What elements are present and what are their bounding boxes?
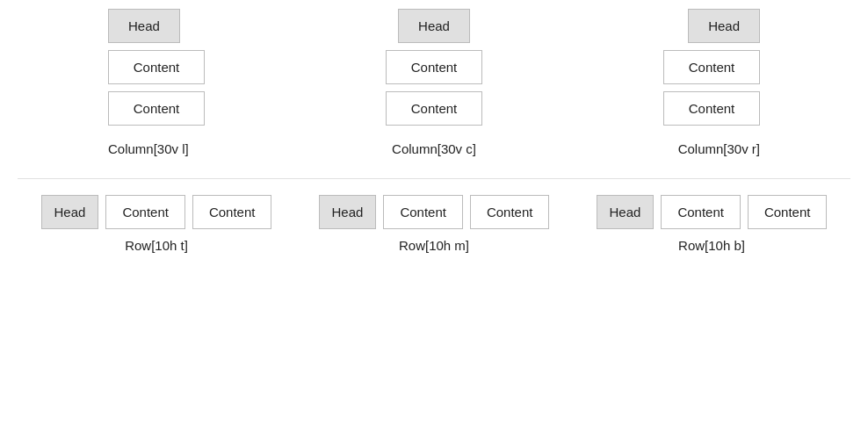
row-middle-items: Head Content Content	[319, 195, 550, 229]
col-right-head: Head	[688, 9, 760, 43]
row-middle-content-1: Content	[383, 195, 463, 229]
row-top-items: Head Content Content	[41, 195, 272, 229]
col-left-label: Column[30v l]	[108, 141, 189, 156]
col-right-content-2: Content	[663, 91, 760, 126]
col-center-content-2: Content	[386, 91, 482, 126]
row-bottom-items: Head Content Content	[597, 195, 828, 229]
row-top-group: Head Content Content Row[10h t]	[41, 195, 272, 253]
col-center-label: Column[30v c]	[392, 141, 476, 156]
row-bottom-head: Head	[597, 195, 655, 229]
col-left-head: Head	[108, 9, 180, 43]
column-left-group: Head Content Content Column[30v l]	[108, 9, 205, 156]
row-top-content-1: Content	[105, 195, 185, 229]
top-section: Head Content Content Column[30v l] Head …	[18, 9, 850, 156]
col-left-content-2: Content	[108, 91, 205, 126]
col-left-content-1: Content	[108, 50, 205, 84]
column-center-group: Head Content Content Column[30v c]	[386, 9, 482, 156]
col-right-content-1: Content	[663, 50, 760, 84]
row-middle-group: Head Content Content Row[10h m]	[319, 195, 550, 253]
page: Head Content Content Column[30v l] Head …	[0, 0, 868, 262]
row-middle-head: Head	[319, 195, 377, 229]
section-divider	[18, 178, 850, 179]
row-middle-label: Row[10h m]	[319, 238, 550, 253]
row-top-head: Head	[41, 195, 99, 229]
col-right-label: Column[30v r]	[678, 141, 760, 156]
bottom-section: Head Content Content Row[10h t] Head Con…	[18, 195, 850, 253]
row-bottom-content-1: Content	[661, 195, 741, 229]
column-right-group: Head Content Content Column[30v r]	[663, 9, 760, 156]
row-bottom-content-2: Content	[748, 195, 828, 229]
row-middle-content-2: Content	[470, 195, 550, 229]
row-top-label: Row[10h t]	[41, 238, 272, 253]
row-bottom-group: Head Content Content Row[10h b]	[597, 195, 828, 253]
col-center-head: Head	[398, 9, 470, 43]
col-center-content-1: Content	[386, 50, 482, 84]
row-top-content-2: Content	[192, 195, 272, 229]
row-bottom-label: Row[10h b]	[597, 238, 828, 253]
